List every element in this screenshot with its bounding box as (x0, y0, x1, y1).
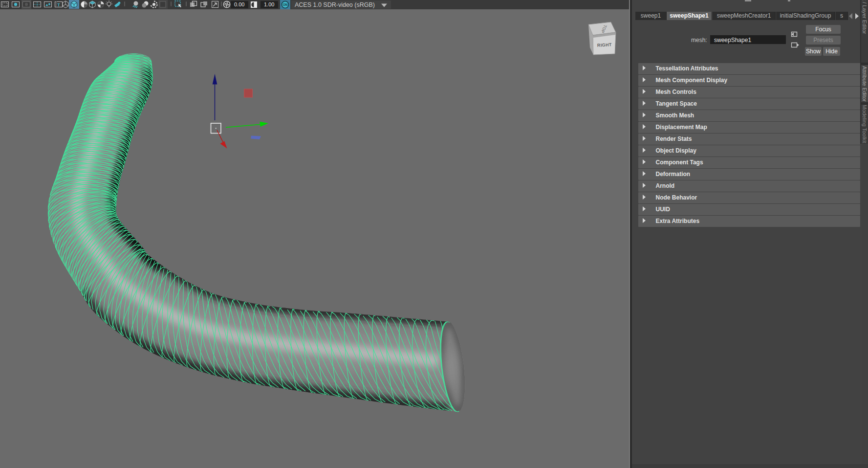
svg-text:ACES 1.0 SDR-video (sRGB): ACES 1.0 SDR-video (sRGB) (295, 1, 375, 8)
svg-text:0.00: 0.00 (234, 1, 244, 7)
svg-text:ON: ON (283, 3, 288, 6)
svg-text:T: T (57, 2, 60, 7)
svg-text:1.00: 1.00 (264, 1, 274, 7)
svg-text:RIGHT: RIGHT (597, 42, 612, 48)
